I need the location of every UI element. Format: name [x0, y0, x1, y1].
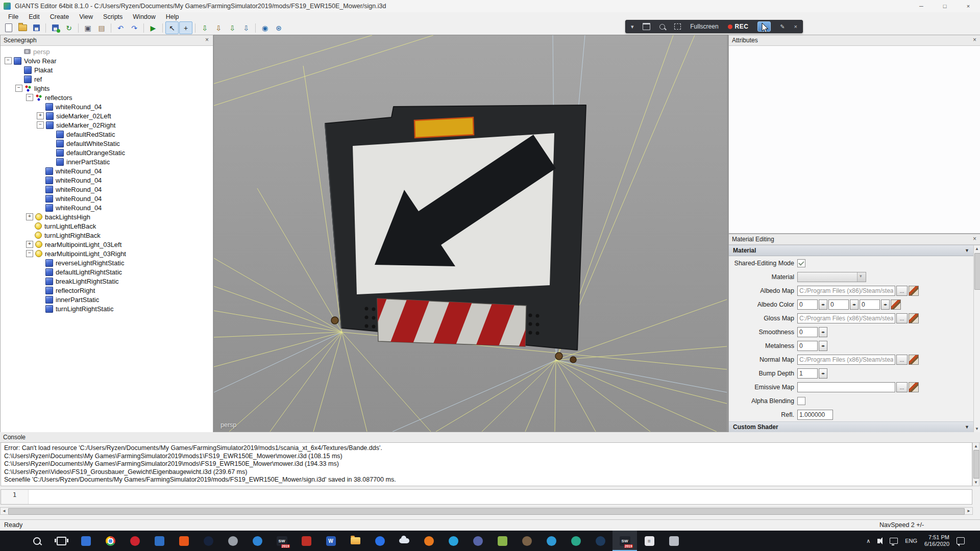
console-hscrollbar[interactable] [0, 507, 973, 515]
region-icon[interactable] [674, 23, 681, 30]
gloss-map-browse-button[interactable]: ... [896, 313, 908, 323]
pencil-icon[interactable]: ✎ [780, 23, 785, 30]
paste-button[interactable]: ▤ [95, 21, 108, 34]
discord-app[interactable] [465, 531, 490, 551]
material-section-bar[interactable]: Material [729, 245, 973, 256]
metalness-input[interactable] [797, 341, 818, 351]
volume-icon[interactable] [877, 539, 880, 543]
solidworks-2019-alt[interactable]: 2019 [612, 531, 637, 551]
browser-app[interactable] [245, 531, 270, 551]
telegram-app[interactable] [441, 531, 465, 551]
onedrive[interactable] [392, 531, 416, 551]
search-button[interactable] [24, 531, 49, 551]
scroll-down-icon[interactable] [974, 425, 980, 432]
node-collapse-toggle[interactable]: − [26, 250, 33, 257]
scroll-thumb[interactable] [974, 253, 980, 290]
metalness-spinner[interactable]: ◂▸ [819, 341, 827, 351]
reload-button[interactable]: ↻ [62, 21, 76, 34]
save-button[interactable] [30, 21, 43, 34]
scenegraph-node-defaultlightrightstatic[interactable]: defaultLightRightStatic [1, 267, 213, 277]
task-view-button[interactable] [49, 531, 74, 551]
opera-browser[interactable] [122, 531, 147, 551]
scenegraph-node-reverselightrightstatic[interactable]: reverseLightRightStatic [1, 258, 213, 267]
scenegraph-node-whiteround-04[interactable]: whiteRound_04 [1, 176, 213, 185]
settings-app[interactable] [220, 531, 245, 551]
editor-settings-button[interactable]: ⊛ [272, 21, 285, 34]
scenegraph-node-rearmultipointlight-03left[interactable]: +rearMultipointLight_03Left [1, 240, 213, 249]
scenegraph-node-reflectors[interactable]: −reflectors [1, 93, 213, 102]
flash-tool[interactable] [172, 531, 196, 551]
scenegraph-node-volvo-rear[interactable]: −Volvo Rear [1, 56, 213, 65]
close-icon[interactable] [971, 235, 978, 243]
scenegraph-node-whiteround-04[interactable]: whiteRound_04 [1, 185, 213, 194]
normal-map-browse-button[interactable]: ... [896, 355, 908, 365]
word-app[interactable]: W [318, 531, 343, 551]
scenegraph-node-sidemarker-02left[interactable]: +sideMarker_02Left [1, 111, 213, 120]
scroll-thumb[interactable] [8, 508, 965, 515]
close-icon[interactable]: × [794, 23, 797, 30]
scroll-up-icon[interactable] [974, 245, 980, 252]
scenegraph-node-rearmultipointlight-03right[interactable]: −rearMultipointLight_03Right [1, 249, 213, 258]
fullscreen-label[interactable]: Fullscreen [690, 23, 718, 30]
menu-file[interactable]: File [3, 13, 23, 20]
export-button[interactable] [48, 21, 62, 34]
window-select-icon[interactable] [643, 23, 650, 30]
smoothness-input[interactable] [797, 327, 818, 337]
photos-app[interactable] [147, 531, 172, 551]
maximize-button[interactable]: □ [933, 0, 957, 12]
albedo-color-input[interactable] [797, 299, 818, 310]
close-button[interactable]: × [957, 0, 980, 12]
node-expand-toggle[interactable]: + [26, 241, 33, 248]
node-expand-toggle[interactable]: + [26, 213, 33, 220]
albedo-color-input-2[interactable] [860, 299, 880, 310]
open-file-button[interactable] [16, 21, 29, 34]
scroll-down-icon[interactable] [973, 479, 979, 486]
scroll-up-icon[interactable] [973, 443, 979, 449]
bump-depth-input[interactable] [797, 368, 818, 379]
gloss-map-picker-button[interactable] [909, 313, 919, 323]
scenegraph-node-breaklightrightstatic[interactable]: breakLightRightStatic [1, 277, 213, 286]
refl-input[interactable] [797, 410, 833, 420]
material-select[interactable] [797, 272, 866, 282]
scenegraph-node-innerpartstatic[interactable]: innerPartStatic [1, 295, 213, 304]
firefox-browser[interactable] [416, 531, 441, 551]
tray-expand-icon[interactable]: ∧ [866, 538, 870, 544]
scenegraph-node-reflectorright[interactable]: reflectorRight [1, 286, 213, 295]
scenegraph-node-defaultredstatic[interactable]: defaultRedStatic [1, 130, 213, 139]
scenegraph-node-persp[interactable]: persp [1, 47, 213, 56]
clock[interactable]: 7:51 PM 6/16/2020 [924, 534, 949, 547]
custom-shader-section-bar[interactable]: Custom Shader [729, 421, 973, 433]
node-collapse-toggle[interactable]: − [37, 121, 44, 129]
scenegraph-node-whiteround-04[interactable]: whiteRound_04 [1, 203, 213, 212]
emissive-map-browse-button[interactable]: ... [896, 382, 908, 392]
undo-button[interactable]: ↶ [114, 21, 127, 34]
render-settings-button[interactable]: ◉ [258, 21, 272, 34]
console-input[interactable] [29, 490, 972, 504]
scenegraph-node-innerpartstatic[interactable]: innerPartStatic [1, 157, 213, 166]
installer-app[interactable] [294, 531, 318, 551]
chrome-browser[interactable] [98, 531, 122, 551]
zoom-icon[interactable] [659, 24, 665, 30]
scenegraph-node-defaultorangestatic[interactable]: defaultOrangeStatic [1, 148, 213, 157]
close-icon[interactable] [203, 36, 211, 44]
scenegraph-node-whiteround-04[interactable]: whiteRound_04 [1, 166, 213, 176]
duplicate-button[interactable]: ▣ [81, 21, 94, 34]
node-expand-toggle[interactable]: + [37, 112, 44, 119]
translate-tool-button[interactable]: + [179, 21, 192, 34]
file-explorer[interactable] [343, 531, 368, 551]
normal-map-input[interactable] [797, 355, 895, 365]
scenegraph-node-defaultwhitestatic[interactable]: defaultWhiteStatic [1, 139, 213, 148]
menu-window[interactable]: Window [128, 13, 160, 20]
menu-help[interactable]: Help [161, 13, 184, 20]
scenegraph-node-sidemarker-02right[interactable]: −sideMarker_02Right [1, 120, 213, 130]
albedo-color-input-1[interactable] [828, 299, 849, 310]
your-phone-app[interactable] [74, 531, 98, 551]
bump-depth-spinner[interactable]: ◂▸ [819, 368, 827, 379]
scenegraph-node-plakat[interactable]: Plakat [1, 65, 213, 74]
action-center-icon[interactable] [957, 537, 965, 544]
network-icon[interactable] [890, 538, 898, 544]
scroll-left-icon[interactable] [1, 508, 7, 514]
scenegraph-node-ref[interactable]: ref [1, 74, 213, 84]
menu-scripts[interactable]: Scripts [98, 13, 128, 20]
dropdown-icon[interactable]: ▾ [631, 23, 634, 30]
